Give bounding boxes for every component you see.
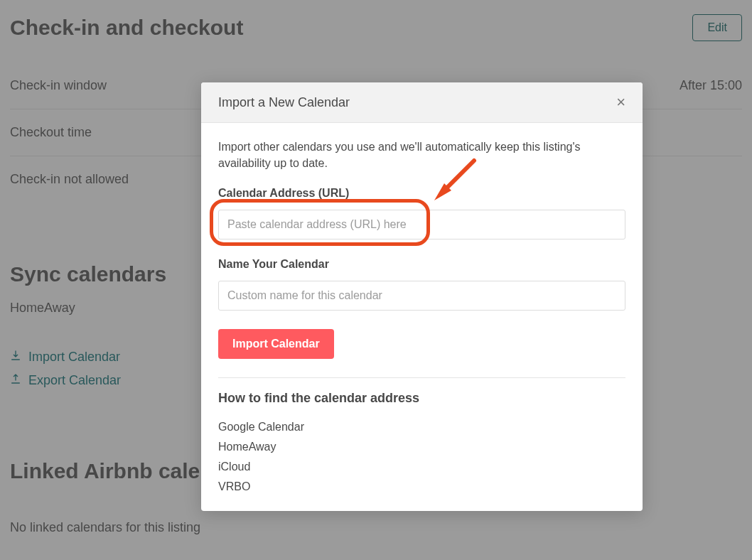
modal-header: Import a New Calendar × xyxy=(201,82,643,123)
modal-intro: Import other calendars you use and we'll… xyxy=(218,139,625,171)
calendar-name-label: Name Your Calendar xyxy=(218,258,625,271)
divider xyxy=(218,377,625,378)
howto-item[interactable]: HomeAway xyxy=(218,437,625,457)
close-button[interactable]: × xyxy=(616,95,625,110)
howto-title: How to find the calendar address xyxy=(218,391,625,406)
calendar-name-input[interactable] xyxy=(218,281,625,311)
modal-body: Import other calendars you use and we'll… xyxy=(201,123,643,511)
modal-title: Import a New Calendar xyxy=(218,95,350,110)
import-calendar-modal: Import a New Calendar × Import other cal… xyxy=(201,82,643,511)
calendar-url-input[interactable] xyxy=(218,210,625,239)
howto-item[interactable]: Google Calendar xyxy=(218,417,625,437)
howto-item[interactable]: iCloud xyxy=(218,457,625,477)
import-calendar-button[interactable]: Import Calendar xyxy=(218,329,334,359)
close-icon: × xyxy=(616,93,625,111)
howto-list: Google Calendar HomeAway iCloud VRBO xyxy=(218,417,625,497)
calendar-url-label: Calendar Address (URL) xyxy=(218,187,625,200)
howto-item[interactable]: VRBO xyxy=(218,477,625,497)
